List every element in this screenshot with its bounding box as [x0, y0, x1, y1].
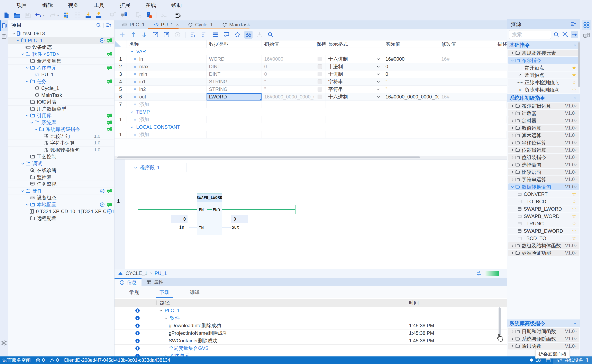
retain-checkbox[interactable]: [318, 87, 322, 91]
tab-maintask[interactable]: MainTask: [217, 20, 254, 29]
tree-item[interactable]: 比较语句1.0: [8, 133, 114, 140]
tree-item[interactable]: MainTask: [8, 92, 114, 99]
chevron-down-icon[interactable]: [574, 185, 577, 189]
menu-item[interactable]: 编辑: [35, 0, 60, 10]
tree-item[interactable]: 全局变量集: [8, 58, 114, 65]
tab-properties[interactable]: 属性: [141, 278, 168, 286]
input-value-box[interactable]: 0: [171, 215, 187, 223]
retain-checkbox[interactable]: [318, 95, 322, 99]
group-row[interactable]: LOCAL CONSTANT: [114, 123, 507, 131]
chevron-right-icon[interactable]: [510, 119, 515, 123]
menu-item[interactable]: 扩展: [112, 0, 138, 10]
chevron-right-icon[interactable]: [510, 178, 515, 181]
hardware-config-button[interactable]: [63, 11, 71, 20]
retain-checkbox[interactable]: [318, 72, 322, 76]
chevron-right-icon[interactable]: [510, 330, 515, 333]
network-header[interactable]: 程序段 1: [131, 163, 186, 172]
modify-value-cell[interactable]: [439, 63, 495, 70]
modify-value-cell[interactable]: [439, 78, 495, 85]
chevron-down-icon[interactable]: [25, 66, 30, 70]
chevron-down-icon[interactable]: [510, 185, 515, 189]
retain-checkbox[interactable]: [318, 57, 322, 61]
chevron-down-icon[interactable]: [20, 162, 25, 165]
output-variable-label[interactable]: out: [232, 225, 239, 230]
resource-item[interactable]: _TO_BCD_☆: [508, 198, 579, 205]
chevron-down-icon[interactable]: [574, 170, 577, 174]
collapse-tree-icon[interactable]: [106, 22, 112, 28]
column-header[interactable]: 保持: [314, 40, 326, 48]
chevron-down-icon[interactable]: [574, 111, 577, 115]
chevron-down-icon[interactable]: [574, 126, 577, 130]
star-filled-icon[interactable]: ★: [572, 65, 576, 71]
datatype-cell[interactable]: LWORD: [206, 93, 262, 100]
resource-item[interactable]: CONVERT☆: [508, 191, 579, 197]
resource-item[interactable]: 系统与诊断函数V1.0: [508, 335, 579, 342]
display-format-dropdown[interactable]: 十进制: [326, 63, 383, 70]
outline-button[interactable]: [0, 31, 8, 42]
download-button[interactable]: [84, 11, 93, 20]
modify-value-cell[interactable]: [439, 71, 495, 78]
variable-row[interactable]: 5 in2 STRING '' 字符串 '': [114, 86, 507, 93]
column-header[interactable]: 数据类型: [206, 40, 262, 48]
function-block[interactable]: SWAPB_LWORD EN ENO IN: [197, 193, 222, 235]
resource-item[interactable]: 位逻辑运算V1.0: [508, 147, 579, 153]
resource-item[interactable]: 通讯函数V1.0: [508, 343, 579, 350]
log-row[interactable]: 程序单元: [114, 352, 507, 357]
group-row[interactable]: TEMP: [114, 108, 507, 116]
resource-item[interactable]: _BCD_TO_☆: [508, 235, 579, 242]
resource-collapse-icon[interactable]: [570, 21, 576, 27]
resource-item[interactable]: 字符串运算V1.0: [508, 176, 579, 183]
menu-item[interactable]: 项目: [9, 0, 35, 10]
tree-item[interactable]: 软件 <STD>: [8, 51, 114, 58]
matrix-button[interactable]: [73, 11, 82, 20]
chevron-right-icon[interactable]: [510, 163, 515, 167]
tree-item[interactable]: Cycle_1: [8, 85, 114, 92]
chevron-down-icon[interactable]: [129, 110, 134, 114]
settings-button[interactable]: [0, 338, 8, 348]
select-all-corner[interactable]: [114, 40, 127, 48]
chevron-down-icon[interactable]: [574, 337, 578, 341]
column-header[interactable]: 显示格式: [326, 40, 383, 48]
star-outline-icon[interactable]: ☆: [572, 221, 576, 227]
chevron-down-icon[interactable]: [158, 309, 163, 312]
resource-item[interactable]: 计数器V1.0: [508, 110, 579, 117]
chevron-down-icon[interactable]: [163, 354, 169, 357]
tree-item[interactable]: 用户数据类型: [8, 106, 114, 113]
tree-item[interactable]: 本地配置: [8, 202, 114, 208]
chevron-down-icon[interactable]: [572, 322, 578, 325]
chevron-down-icon[interactable]: [572, 96, 578, 100]
chevron-right-icon[interactable]: [510, 141, 515, 145]
chevron-right-icon[interactable]: [510, 170, 515, 174]
resource-section-header[interactable]: 基础指令: [507, 41, 580, 49]
resource-search-icon[interactable]: [552, 31, 560, 39]
star-outline-icon[interactable]: ☆: [572, 213, 576, 219]
log-row[interactable]: 全局变量集合GVS: [114, 344, 507, 352]
modify-value-cell[interactable]: 16#: [439, 93, 495, 100]
column-header[interactable]: 名称: [127, 40, 206, 48]
filter-favorites-icon[interactable]: [571, 31, 578, 39]
star-outline-icon[interactable]: ☆: [572, 235, 576, 241]
subtab-general[interactable]: 常规: [127, 286, 141, 298]
chevron-right-icon[interactable]: [510, 134, 515, 137]
menu-item[interactable]: 工具: [86, 0, 112, 10]
display-format-dropdown[interactable]: 十六进制: [326, 55, 383, 63]
modify-value-cell[interactable]: 16#: [439, 55, 495, 63]
run-button[interactable]: [173, 31, 182, 39]
chevron-down-icon[interactable]: [574, 141, 577, 145]
chevron-down-icon[interactable]: [574, 104, 577, 108]
tree-item[interactable]: 引用库: [8, 112, 114, 119]
resource-search-input[interactable]: 搜索: [509, 30, 551, 39]
warning-counter[interactable]: 0: [47, 357, 61, 364]
chevron-down-icon[interactable]: [574, 163, 577, 167]
device-panel-button[interactable]: [582, 31, 591, 41]
tree-item[interactable]: 系统库初级指令: [8, 126, 114, 133]
chevron-right-icon[interactable]: [510, 344, 515, 348]
connect-pc-button[interactable]: [109, 11, 118, 20]
chevron-down-icon[interactable]: [29, 121, 34, 124]
tree-item[interactable]: 工艺控制: [8, 153, 114, 160]
sort-download-button[interactable]: [174, 11, 182, 20]
chevron-down-icon[interactable]: [572, 43, 578, 47]
compare-icon[interactable]: [476, 270, 482, 276]
resource-scrollbar-thumb[interactable]: [578, 42, 580, 87]
project-explorer-button[interactable]: [0, 20, 8, 31]
